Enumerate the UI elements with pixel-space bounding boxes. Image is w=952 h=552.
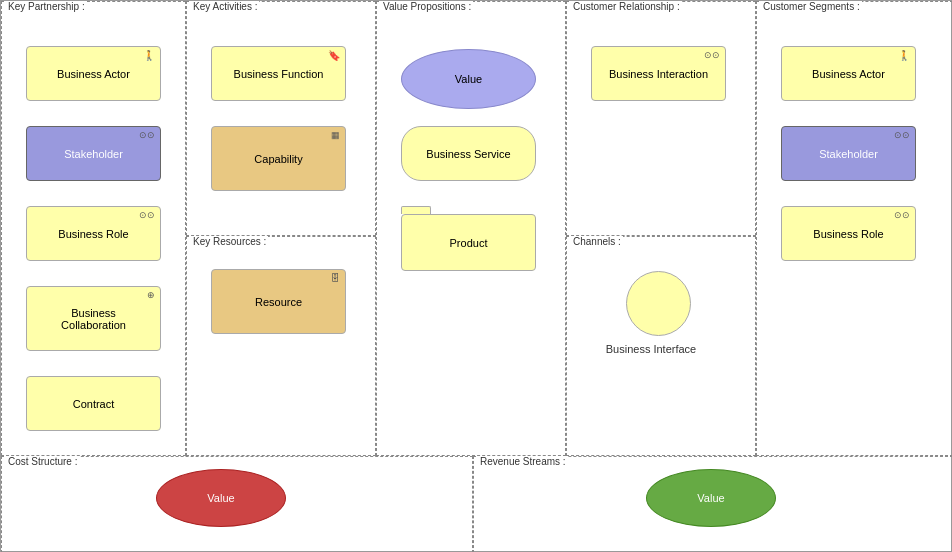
- section-label-channels: Channels :: [571, 236, 623, 247]
- value-green-label: Value: [697, 492, 724, 504]
- business-collaboration-label: BusinessCollaboration: [61, 307, 126, 331]
- business-role-left-label: Business Role: [58, 228, 128, 240]
- stakeholder-right-card[interactable]: Stakeholder ⊙⊙: [781, 126, 916, 181]
- business-role-right-label: Business Role: [813, 228, 883, 240]
- stakeholder-right-label: Stakeholder: [819, 148, 878, 160]
- toggle-icon-left: ⊙⊙: [139, 130, 155, 140]
- business-function-label: Business Function: [234, 68, 324, 80]
- product-label: Product: [450, 237, 488, 249]
- business-actor-right-card[interactable]: Business Actor 🚶: [781, 46, 916, 101]
- product-container[interactable]: Product: [401, 206, 536, 271]
- person-icon-right: 🚶: [898, 50, 910, 61]
- capability-label: Capability: [254, 153, 302, 165]
- section-label-revenue-streams: Revenue Streams :: [478, 456, 568, 467]
- section-customer-relationship: Customer Relationship :: [566, 1, 756, 236]
- business-interface-circle[interactable]: [626, 271, 691, 336]
- table-icon: ▦: [331, 130, 340, 140]
- section-label-key-partnership: Key Partnership :: [6, 1, 87, 12]
- toggle-icon-right: ⊙⊙: [894, 130, 910, 140]
- business-actor-left-label: Business Actor: [57, 68, 130, 80]
- product-card[interactable]: Product: [401, 214, 536, 271]
- value-red-label: Value: [207, 492, 234, 504]
- section-label-customer-segments: Customer Segments :: [761, 1, 862, 12]
- business-service-card[interactable]: Business Service: [401, 126, 536, 181]
- person-icon: 🚶: [143, 50, 155, 61]
- value-green-ellipse[interactable]: Value: [646, 469, 776, 527]
- contract-card[interactable]: Contract: [26, 376, 161, 431]
- value-red-ellipse[interactable]: Value: [156, 469, 286, 527]
- toggle-icon-role-left: ⊙⊙: [139, 210, 155, 220]
- business-function-card[interactable]: Business Function 🔖: [211, 46, 346, 101]
- main-canvas: Key Partnership : Key Activities : Value…: [0, 0, 952, 552]
- section-label-value-propositions: Value Propositions :: [381, 1, 473, 12]
- business-interaction-label: Business Interaction: [609, 68, 708, 80]
- section-label-customer-relationship: Customer Relationship :: [571, 1, 682, 12]
- business-role-right-card[interactable]: Business Role ⊙⊙: [781, 206, 916, 261]
- capability-card[interactable]: Capability ▦: [211, 126, 346, 191]
- business-actor-right-label: Business Actor: [812, 68, 885, 80]
- toggle-icon-role-right: ⊙⊙: [894, 210, 910, 220]
- toggle2-icon: ⊙⊙: [704, 50, 720, 60]
- section-label-cost-structure: Cost Structure :: [6, 456, 79, 467]
- value-blue-label: Value: [455, 73, 482, 85]
- resource-card[interactable]: Resource 🗄: [211, 269, 346, 334]
- link-icon: ⊕: [147, 290, 155, 300]
- contract-label: Contract: [73, 398, 115, 410]
- stakeholder-left-card[interactable]: Stakeholder ⊙⊙: [26, 126, 161, 181]
- section-key-activities: Key Activities :: [186, 1, 376, 236]
- section-label-key-activities: Key Activities :: [191, 1, 259, 12]
- value-blue-ellipse[interactable]: Value: [401, 49, 536, 109]
- db-icon: 🗄: [331, 273, 340, 283]
- section-label-key-resources: Key Resources :: [191, 236, 268, 247]
- business-actor-left-card[interactable]: Business Actor 🚶: [26, 46, 161, 101]
- business-service-label: Business Service: [426, 148, 510, 160]
- business-collaboration-card[interactable]: BusinessCollaboration ⊕: [26, 286, 161, 351]
- business-interface-label: Business Interface: [581, 343, 721, 355]
- business-interaction-card[interactable]: Business Interaction ⊙⊙: [591, 46, 726, 101]
- stakeholder-left-label: Stakeholder: [64, 148, 123, 160]
- resource-label: Resource: [255, 296, 302, 308]
- business-role-left-card[interactable]: Business Role ⊙⊙: [26, 206, 161, 261]
- bookmark-icon: 🔖: [328, 50, 340, 61]
